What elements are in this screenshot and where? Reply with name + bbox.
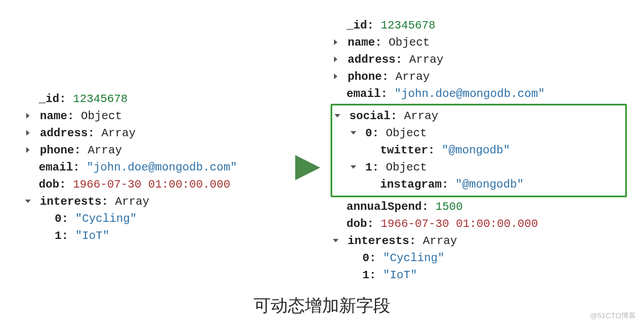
array-value: "IoT" [75, 229, 109, 242]
field-row-instagram: instagram: "@mongodb" [332, 176, 625, 193]
array-item: 0: "Cycling" [331, 250, 627, 267]
field-value: "@mongodb" [455, 178, 524, 191]
field-type: Array [409, 53, 443, 66]
field-row-address: address: Array [331, 51, 627, 68]
array-item: 1: Object [332, 159, 625, 176]
new-fields-highlight: social: Array 0: Object twitter: "@mongo… [331, 104, 627, 197]
field-key: _id: [39, 92, 66, 105]
chevron-down-icon[interactable] [332, 113, 343, 119]
array-value: "Cycling" [75, 212, 137, 225]
field-type: Object [386, 161, 427, 174]
field-key: name: [40, 109, 74, 123]
field-type: Object [81, 109, 122, 123]
field-key: email: [39, 161, 80, 174]
right-document-tree: _id: 12345678 name: Object address: Arra… [331, 17, 627, 284]
field-value: 1966-07-30 01:00:00.000 [73, 178, 230, 191]
array-item: 1: "IoT" [23, 228, 285, 245]
field-type: Object [389, 36, 430, 49]
field-type: Array [115, 195, 149, 208]
field-row-email: email: "john.doe@mongodb.com" [331, 86, 627, 103]
field-key: phone: [40, 144, 81, 157]
caption-text: 可动态增加新字段 [0, 294, 644, 318]
array-item: 1: "IoT" [331, 267, 627, 284]
field-key: interests: [348, 234, 416, 247]
array-value: "IoT" [383, 269, 417, 282]
field-key: name: [348, 36, 382, 49]
field-value: "john.doe@mongodb.com" [87, 161, 237, 174]
field-row-phone: phone: Array [331, 68, 627, 86]
field-key: dob: [347, 217, 374, 230]
field-row-address: address: Array [23, 125, 285, 142]
field-value: 1500 [435, 200, 463, 213]
chevron-right-icon[interactable] [331, 74, 341, 79]
field-key: dob: [39, 178, 66, 191]
field-row-annualspend: annualSpend: 1500 [331, 198, 627, 216]
field-type: Array [101, 127, 136, 140]
watermark-text: @51CTO博客 [590, 311, 636, 321]
transform-arrow [285, 116, 331, 185]
field-key: social: [349, 109, 397, 123]
field-row-id: _id: 12345678 [331, 17, 627, 34]
chevron-right-icon[interactable] [331, 39, 341, 45]
arrow-right-icon [291, 151, 325, 185]
chevron-down-icon[interactable] [23, 198, 33, 204]
array-index: 0: [362, 251, 376, 265]
field-type: Object [386, 127, 427, 140]
field-key: annualSpend: [347, 200, 429, 213]
field-row-email: email: "john.doe@mongodb.com" [23, 159, 285, 176]
field-value: "@mongodb" [442, 144, 510, 157]
field-value: 12345678 [73, 92, 128, 105]
array-index: 1: [362, 269, 376, 282]
chevron-right-icon[interactable] [23, 147, 33, 153]
field-row-dob: dob: 1966-07-30 01:00:00.000 [23, 176, 285, 193]
field-key: email: [347, 87, 388, 100]
chevron-right-icon[interactable] [23, 130, 33, 136]
field-key: interests: [40, 195, 108, 208]
chevron-down-icon[interactable] [331, 238, 341, 243]
chevron-down-icon[interactable] [348, 164, 358, 170]
field-value: "john.doe@mongodb.com" [394, 87, 545, 100]
field-value: 12345678 [381, 19, 435, 32]
left-document-tree: _id: 12345678 name: Object address: Arra… [23, 56, 285, 245]
chevron-right-icon[interactable] [331, 56, 341, 62]
array-index: 0: [55, 212, 68, 225]
field-type: Array [396, 70, 430, 83]
field-row-interests: interests: Array [23, 193, 285, 210]
chevron-down-icon[interactable] [348, 130, 358, 136]
field-value: 1966-07-30 01:00:00.000 [381, 217, 538, 230]
array-item: 0: "Cycling" [23, 210, 285, 228]
field-type: Array [404, 109, 438, 123]
field-key: instagram: [380, 178, 449, 191]
field-row-twitter: twitter: "@mongodb" [332, 142, 625, 159]
field-row-name: name: Object [331, 34, 627, 51]
array-value: "Cycling" [383, 251, 445, 265]
chevron-right-icon[interactable] [23, 113, 33, 119]
array-index: 1: [365, 161, 379, 174]
field-row-social: social: Array [332, 108, 625, 125]
field-row-phone: phone: Array [23, 142, 285, 159]
field-key: phone: [348, 70, 389, 83]
array-index: 0: [365, 127, 379, 140]
field-row-interests: interests: Array [331, 233, 627, 250]
field-row-dob: dob: 1966-07-30 01:00:00.000 [331, 216, 627, 233]
diagram-container: _id: 12345678 name: Object address: Arra… [0, 0, 644, 329]
field-row-id: _id: 12345678 [23, 91, 285, 108]
array-index: 1: [55, 229, 68, 242]
field-row-name: name: Object [23, 108, 285, 125]
array-item: 0: Object [332, 125, 625, 142]
field-type: Array [423, 234, 457, 247]
field-key: address: [40, 127, 95, 140]
field-key: address: [348, 53, 402, 66]
field-key: twitter: [380, 144, 435, 157]
field-key: _id: [347, 19, 374, 32]
field-type: Array [88, 144, 122, 157]
